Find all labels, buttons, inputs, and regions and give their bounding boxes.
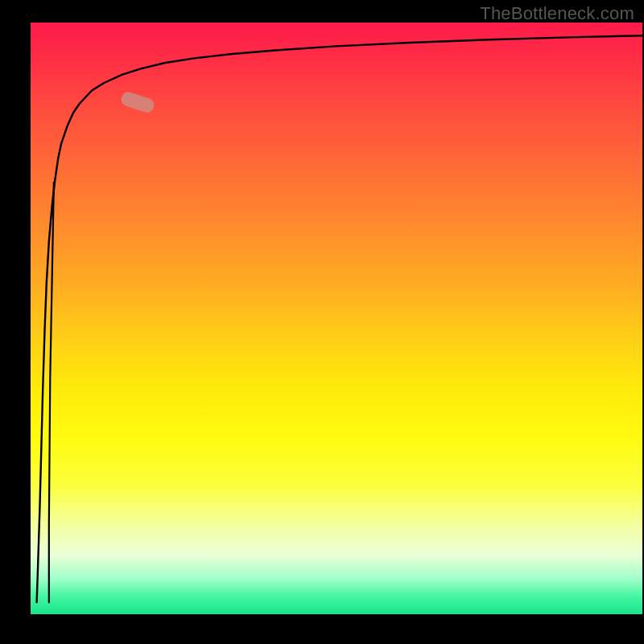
watermark-text: TheBottleneck.com: [480, 3, 634, 24]
chart-background-gradient: [31, 23, 642, 614]
